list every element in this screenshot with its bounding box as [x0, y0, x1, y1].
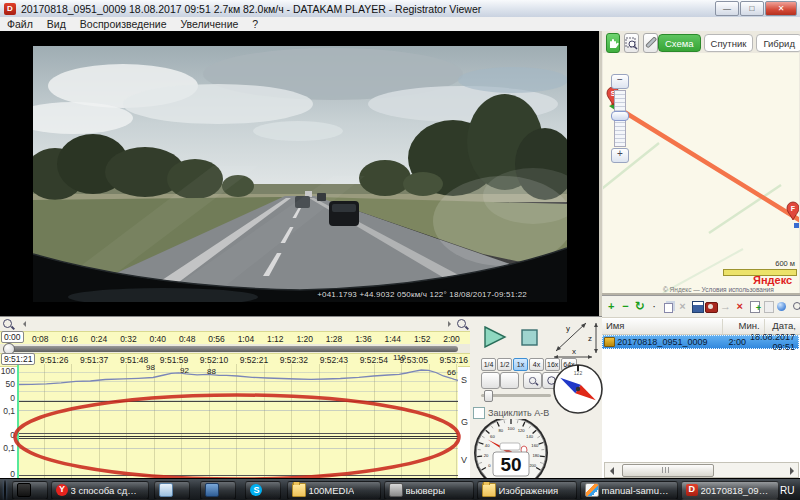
volume-slider-thumb[interactable]	[484, 390, 493, 402]
speed-axis-100: 100	[0, 366, 15, 376]
map-canvas[interactable]: S F − + 600 м Яндекс © Яндекс — Условия …	[603, 53, 799, 293]
scroll-right-arrow[interactable]	[786, 464, 798, 476]
taskbar-yandex-browser[interactable]: 3 способа сдел...	[51, 481, 149, 500]
scroll-right-icon[interactable]	[448, 321, 454, 327]
play-button[interactable]	[483, 326, 507, 348]
zoom-select-button[interactable]	[624, 33, 639, 53]
taskbar-datakam[interactable]: 20170818_0951...	[681, 481, 779, 500]
taskbar-app-blue[interactable]	[200, 481, 236, 500]
menu-bar: ФайлВидВоспроизведениеУвеличение?	[0, 17, 800, 32]
language-indicator[interactable]: RU	[780, 485, 794, 496]
taskbar-skype[interactable]	[245, 481, 281, 500]
scroll-thumb[interactable]	[622, 464, 714, 477]
camera-icon[interactable]	[705, 300, 717, 313]
delete-gray-icon[interactable]: ×	[676, 300, 688, 313]
g-sensor-graph[interactable]	[17, 402, 458, 439]
copy-icon[interactable]	[662, 300, 674, 313]
taskbar-button-label: 100MEDIA	[309, 485, 355, 496]
menu-item[interactable]: Воспроизведение	[73, 18, 174, 30]
timeline-zoom-out-icon[interactable]	[2, 318, 14, 330]
speed-graph[interactable]	[17, 364, 458, 402]
ruler-button[interactable]	[643, 33, 658, 53]
svg-text:z: z	[588, 334, 592, 343]
svg-text:100: 100	[508, 426, 516, 431]
map-zoom-control: − +	[611, 74, 629, 163]
map-scale-label: 600 м	[731, 259, 795, 268]
taskbar-buttons: 3 способа сдел... 100MEDIA вьюверы Изобр…	[10, 481, 780, 500]
stop-button[interactable]	[521, 329, 538, 346]
menu-item[interactable]: Файл	[0, 18, 40, 30]
20170818_0951_0009[interactable]: 20170818_0951_0009 2:00 18.08.2017 09:51	[602, 335, 799, 349]
speed-button[interactable]: 1/4	[481, 358, 496, 371]
route-finish-marker[interactable]: F	[783, 193, 799, 223]
speedometer-gauge: 020406080100120140160180200 50	[472, 419, 550, 479]
map-zoom-in-button[interactable]: +	[611, 148, 629, 163]
arrow-icon[interactable]: →	[719, 300, 731, 313]
hand-pan-button[interactable]	[606, 33, 620, 53]
map-layer-button[interactable]: Гибрид	[756, 34, 800, 52]
zoom-box-icon	[625, 37, 638, 50]
delete-red-icon[interactable]: ×	[734, 300, 746, 313]
speed-button[interactable]: 1/2	[497, 358, 512, 371]
time-tick: 1:04	[238, 334, 255, 344]
g-axis-01: 0,1	[0, 406, 15, 416]
taskbar-paint[interactable]: manual-samum...	[580, 481, 678, 500]
speed-button[interactable]: 1x	[513, 358, 528, 371]
add-icon[interactable]: +	[605, 300, 617, 313]
speed-button[interactable]: 4x	[529, 358, 544, 371]
title-bar: D 20170818_0951_0009 18.08.2017 09:51 2.…	[0, 0, 800, 18]
timeline-slider[interactable]	[0, 344, 470, 353]
time-tick: 0:40	[150, 334, 167, 344]
page-add-icon[interactable]	[748, 300, 760, 313]
search-icon[interactable]	[791, 300, 800, 313]
menu-item[interactable]: Вид	[40, 18, 73, 30]
v-graph[interactable]	[17, 439, 458, 479]
map-layer-button[interactable]: Спутник	[704, 34, 754, 52]
remove-icon[interactable]: −	[619, 300, 631, 313]
next-frame-button[interactable]	[500, 372, 519, 389]
scroll-left-arrow[interactable]	[605, 464, 617, 476]
column-name[interactable]: Имя	[602, 319, 723, 334]
taskbar-app-dark[interactable]	[12, 481, 48, 500]
map-layer-button[interactable]: Схема	[658, 34, 701, 52]
loop-ab-checkbox[interactable]	[473, 407, 485, 419]
g-unit-label: G	[461, 417, 468, 427]
ruler-icon	[644, 37, 657, 50]
loop-ab-control: Зациклить A-B	[473, 407, 549, 419]
menu-item[interactable]: Увеличение	[174, 18, 246, 30]
sphere-icon[interactable]	[776, 300, 788, 313]
taskbar-folder-viewers[interactable]: вьюверы	[384, 481, 474, 500]
zoom-out-button[interactable]	[523, 372, 542, 389]
map-zoom-thumb[interactable]	[611, 111, 629, 121]
yandex-logo[interactable]: Яндекс	[753, 274, 792, 286]
taskbar-folder-images[interactable]: Изображения	[477, 481, 577, 500]
maximize-button[interactable]: □	[740, 1, 764, 16]
taskbar-app-icon	[389, 483, 403, 497]
taskbar-app-icon	[686, 484, 698, 496]
taskbar-photo-viewer[interactable]	[154, 481, 190, 500]
timeline-slider-track[interactable]	[6, 346, 458, 352]
map-zoom-out-button[interactable]: −	[611, 74, 629, 89]
prev-frame-button[interactable]	[481, 372, 500, 389]
map-toolbar: СхемаСпутникГибрид	[602, 31, 800, 54]
file-hscrollbar[interactable]	[604, 462, 799, 478]
terms-link[interactable]: Условия использования	[702, 286, 774, 293]
taskbar-app-icon	[585, 483, 599, 497]
save-icon[interactable]	[691, 300, 703, 313]
page-icon[interactable]	[762, 300, 774, 313]
scroll-left-icon[interactable]	[20, 321, 26, 327]
refresh-icon[interactable]: ↻	[634, 300, 646, 313]
start-button[interactable]	[4, 480, 6, 500]
close-button[interactable]: ✕	[765, 1, 797, 16]
time-tick: 1:28	[326, 334, 343, 344]
time-tick: 2:00	[443, 334, 460, 344]
svg-text:160: 160	[531, 443, 539, 448]
minimize-button[interactable]: —	[715, 1, 739, 16]
svg-text:180: 180	[532, 453, 540, 458]
more-icon[interactable]: ·	[648, 300, 660, 313]
dashcam-video[interactable]: +041.1793 +44.9032 050км/ч 122° 18/08/20…	[33, 46, 567, 302]
taskbar-app-icon	[205, 483, 219, 497]
timeline-zoom-in-icon[interactable]	[456, 318, 468, 330]
taskbar-folder-100media[interactable]: 100MEDIA	[287, 481, 381, 500]
menu-item[interactable]: ?	[245, 18, 265, 30]
